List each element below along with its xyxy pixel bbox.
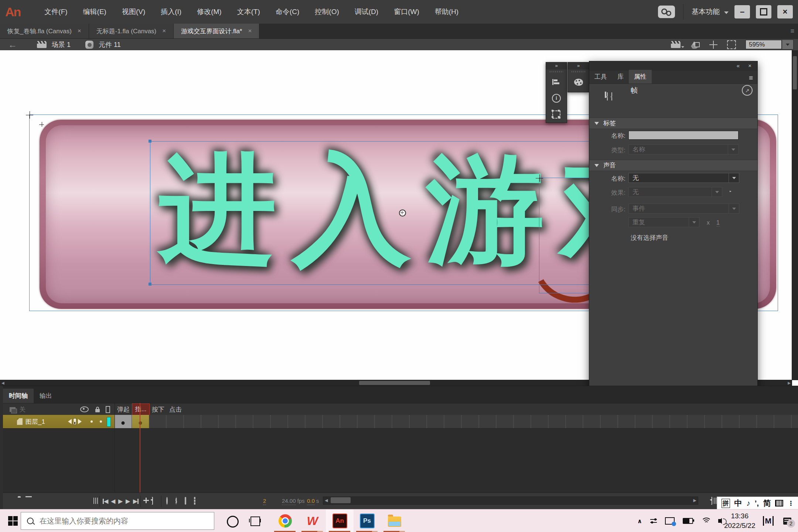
battery-icon[interactable] bbox=[683, 518, 693, 524]
edit-multiple-frames-icon[interactable] bbox=[185, 497, 186, 505]
selection-handle[interactable] bbox=[149, 140, 151, 143]
close-icon[interactable]: × bbox=[78, 27, 81, 35]
ime-more-icon[interactable]: ⋮ bbox=[788, 499, 794, 507]
advanced-layers-icon[interactable] bbox=[10, 407, 16, 412]
ime-pinyin-icon[interactable]: 拼 bbox=[722, 499, 730, 508]
scroll-left-icon[interactable]: ◀ bbox=[1, 381, 4, 385]
collapse-panel-icon[interactable]: « bbox=[737, 62, 740, 69]
lock-layers-icon[interactable] bbox=[95, 409, 100, 412]
menu-modify[interactable]: 修改(M) bbox=[189, 7, 229, 17]
workspace-sync-icon[interactable] bbox=[658, 6, 675, 18]
taskbar-wps[interactable]: W bbox=[299, 509, 326, 532]
frame-label-over-selected[interactable]: 指... bbox=[132, 403, 150, 415]
ime-keyboard-icon[interactable] bbox=[775, 500, 783, 507]
transform-point-icon[interactable] bbox=[399, 209, 406, 216]
close-icon[interactable]: × bbox=[162, 27, 166, 35]
tray-expand-icon[interactable]: ∧ bbox=[637, 518, 642, 525]
play-icon[interactable]: ▶ bbox=[118, 498, 123, 505]
scroll-right-icon[interactable]: ▶ bbox=[788, 381, 791, 385]
external-link-icon[interactable]: ↗ bbox=[742, 85, 753, 96]
cortana-button[interactable] bbox=[227, 516, 239, 528]
menu-edit[interactable]: 编辑(E) bbox=[75, 7, 114, 17]
center-frame-icon[interactable] bbox=[709, 41, 717, 49]
keyframe-up[interactable] bbox=[115, 415, 132, 428]
edit-symbols-icon[interactable] bbox=[690, 41, 700, 49]
workspace-switcher[interactable]: 基本功能 bbox=[692, 7, 720, 17]
taskbar-clock[interactable]: 13:36 2022/5/22 bbox=[724, 511, 756, 530]
scrollbar-thumb[interactable] bbox=[331, 497, 351, 503]
show-hide-layers-icon[interactable] bbox=[80, 406, 89, 412]
menu-file[interactable]: 文件(F) bbox=[37, 7, 75, 17]
scroll-left-icon[interactable]: ◀ bbox=[325, 498, 328, 503]
frame-rate-display[interactable]: 24.00fps bbox=[282, 498, 305, 504]
menu-commands[interactable]: 命令(C) bbox=[268, 7, 307, 17]
step-back-icon[interactable]: ◀ bbox=[111, 498, 115, 505]
info-panel-icon[interactable]: i bbox=[546, 90, 567, 106]
sound-name-dropdown[interactable]: 无 bbox=[628, 173, 739, 183]
expand-panel-icon[interactable]: » bbox=[568, 62, 589, 69]
frame-label-down[interactable]: 按下 bbox=[150, 405, 167, 414]
menu-help[interactable]: 帮助(H) bbox=[427, 7, 466, 17]
doc-tab-3-active[interactable]: 游戏交互界面设计.fla* × bbox=[174, 24, 259, 38]
layer-lock-dot[interactable] bbox=[100, 420, 102, 423]
maximize-button[interactable] bbox=[756, 5, 771, 18]
menu-text[interactable]: 文本(T) bbox=[229, 7, 268, 17]
taskbar-photoshop[interactable]: Ps bbox=[353, 509, 381, 532]
repeat-count-value[interactable]: 1 bbox=[716, 219, 720, 226]
align-panel-icon[interactable] bbox=[546, 74, 567, 90]
taskbar-search[interactable] bbox=[21, 512, 214, 530]
ime-mode-indicator[interactable]: M bbox=[763, 516, 774, 526]
tab-library[interactable]: 库 bbox=[612, 70, 629, 83]
start-button[interactable] bbox=[8, 516, 18, 526]
taskbar-animate-active[interactable]: An bbox=[326, 509, 354, 532]
minimize-button[interactable]: – bbox=[734, 5, 750, 18]
panel-grip[interactable] bbox=[572, 70, 585, 73]
clip-outside-stage-icon[interactable] bbox=[727, 40, 736, 49]
taskbar-explorer[interactable] bbox=[381, 509, 408, 532]
timeline-scrollbar[interactable]: ◀ ▶ bbox=[323, 497, 698, 505]
vertical-scrollbar[interactable] bbox=[792, 50, 798, 380]
menu-window[interactable]: 窗口(W) bbox=[386, 7, 427, 17]
close-icon[interactable]: × bbox=[248, 27, 252, 35]
back-arrow-icon[interactable]: ← bbox=[8, 40, 17, 50]
zoom-level-field[interactable]: 595% bbox=[746, 40, 782, 49]
cast-display-icon[interactable] bbox=[665, 517, 675, 525]
search-input[interactable] bbox=[39, 516, 214, 526]
tab-output[interactable]: 输出 bbox=[34, 389, 58, 403]
ime-voice-icon[interactable]: ♪ bbox=[746, 499, 750, 508]
panel-menu-icon[interactable]: ≡ bbox=[749, 74, 753, 83]
edit-scene-icon[interactable] bbox=[671, 41, 681, 48]
current-frame-counter[interactable]: 2 bbox=[263, 498, 266, 505]
section-sound[interactable]: 声音 bbox=[589, 160, 757, 171]
ime-language-bar[interactable]: 拼 中 ♪ ’, 简 ⋮ bbox=[717, 497, 798, 510]
panel-grip[interactable] bbox=[550, 70, 563, 73]
notification-center-icon[interactable]: 2 bbox=[783, 518, 791, 525]
color-panel-icon[interactable] bbox=[568, 74, 589, 90]
tab-list-menu-icon[interactable]: ≡ bbox=[790, 27, 794, 35]
go-to-first-frame-icon[interactable]: ◀ bbox=[103, 498, 108, 505]
layer-visible-dot[interactable] bbox=[91, 420, 93, 423]
close-panel-icon[interactable]: × bbox=[748, 62, 751, 69]
selection-handle[interactable] bbox=[149, 283, 151, 286]
frame-label-hit[interactable]: 点击 bbox=[167, 405, 184, 414]
breadcrumb-scene[interactable]: 场景 1 bbox=[52, 40, 71, 49]
ime-simplified-icon[interactable]: 简 bbox=[763, 498, 771, 508]
label-name-input[interactable] bbox=[628, 131, 739, 140]
layer-name[interactable]: 图层_1 bbox=[25, 417, 45, 426]
onion-skin-outlines-icon[interactable] bbox=[175, 497, 177, 505]
section-label[interactable]: 标签 bbox=[589, 117, 757, 129]
scrollbar-thumb[interactable] bbox=[359, 381, 430, 385]
tab-properties[interactable]: 属性 bbox=[629, 70, 652, 83]
menu-view[interactable]: 视图(V) bbox=[114, 7, 153, 17]
layer-nav-arrows[interactable] bbox=[68, 418, 82, 425]
frame-cells[interactable] bbox=[115, 415, 798, 428]
modify-markers-icon[interactable] bbox=[194, 497, 195, 505]
go-to-last-frame-icon[interactable]: ▶ bbox=[133, 498, 139, 505]
doc-tab-1[interactable]: 恢复_卷轴.fla (Canvas) × bbox=[0, 24, 89, 38]
transform-panel-icon[interactable] bbox=[546, 106, 567, 123]
task-view-button[interactable] bbox=[250, 516, 260, 526]
onion-skin-icon[interactable] bbox=[166, 497, 168, 505]
menu-insert[interactable]: 插入(I) bbox=[153, 7, 189, 17]
layer-1-selected[interactable]: 图层_1 bbox=[3, 415, 115, 428]
scrollbar-thumb[interactable] bbox=[793, 56, 797, 89]
